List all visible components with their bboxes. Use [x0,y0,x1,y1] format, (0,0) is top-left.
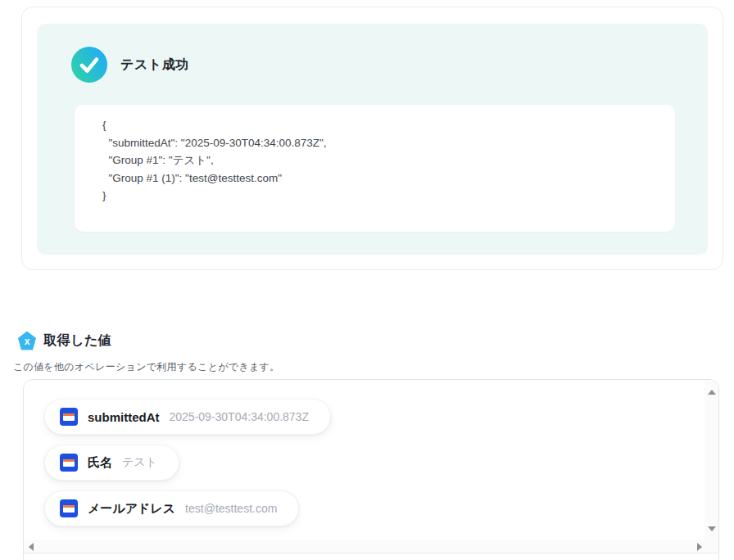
retrieved-values-header: x 取得した値 [18,331,111,350]
pill-label: メールアドレス [88,501,175,517]
success-panel: テスト成功 { "submittedAt": "2025-09-30T04:34… [37,24,708,255]
vertical-scrollbar[interactable] [705,380,718,540]
value-pill-name[interactable]: 氏名 テスト [44,445,179,481]
success-header-row: テスト成功 [71,47,673,83]
check-icon [71,47,107,83]
pill-value: テスト [122,455,157,470]
scroll-up-arrow-icon[interactable] [708,390,716,395]
page: テスト成功 { "submittedAt": "2025-09-30T04:34… [0,0,734,560]
result-json-text: { "submittedAt": "2025-09-30T04:34:00.87… [102,116,647,205]
value-pill-submittedat[interactable]: submittedAt 2025-09-30T04:34:00.873Z [44,399,331,435]
scroll-left-arrow-icon[interactable] [29,543,34,551]
retrieved-values-title: 取得した値 [43,332,111,350]
retrieved-values-panel: submittedAt 2025-09-30T04:34:00.873Z 氏名 … [23,379,719,560]
pill-label: 氏名 [88,455,112,471]
form-field-icon [60,454,78,472]
form-field-icon [60,408,78,426]
test-result-card: テスト成功 { "submittedAt": "2025-09-30T04:34… [21,7,723,270]
success-title: テスト成功 [120,56,189,74]
pill-value: 2025-09-30T04:34:00.873Z [170,410,309,423]
scroll-right-arrow-icon[interactable] [697,543,702,551]
pentagon-icon-letter: x [25,336,30,346]
horizontal-scrollbar[interactable] [24,540,718,553]
value-pill-email[interactable]: メールアドレス test@testtest.com [44,490,299,526]
retrieved-values-description: この値を他のオペレーションで利用することができます。 [13,360,279,374]
pill-label: submittedAt [88,410,160,424]
values-scroll-viewport[interactable]: submittedAt 2025-09-30T04:34:00.873Z 氏名 … [24,380,718,553]
scroll-down-arrow-icon[interactable] [708,526,716,531]
pill-value: test@testtest.com [185,502,277,515]
result-json-box: { "submittedAt": "2025-09-30T04:34:00.87… [75,105,675,232]
success-check-icon [71,47,107,83]
form-field-icon [60,499,78,517]
variable-pentagon-icon: x [18,332,36,350]
value-pill-list: submittedAt 2025-09-30T04:34:00.873Z 氏名 … [24,380,718,526]
